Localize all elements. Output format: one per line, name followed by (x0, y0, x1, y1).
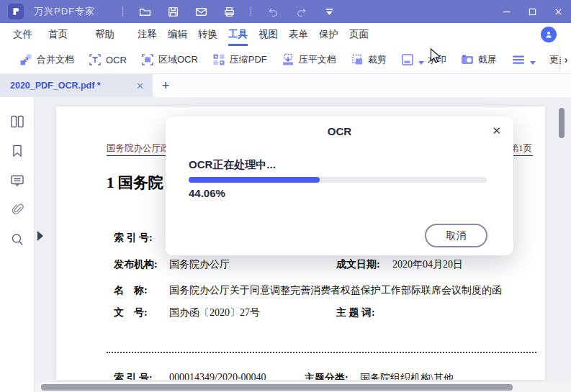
menu-item-edit[interactable]: 编辑 (168, 23, 187, 46)
separator (122, 6, 123, 17)
field-label: 成文日期: (336, 258, 380, 271)
new-tab-button[interactable]: + (153, 74, 179, 97)
doc-dotted-divider (107, 352, 536, 353)
ocr-icon (88, 53, 102, 67)
menu-item-help[interactable]: 帮助 (95, 23, 114, 46)
vertical-scrollbar[interactable] (559, 108, 565, 138)
search-icon[interactable] (9, 231, 26, 248)
horizontal-scrollbar[interactable] (41, 384, 513, 391)
folder-open-icon[interactable] (138, 5, 151, 18)
ocr-button[interactable]: OCR (88, 53, 127, 67)
flatten-document-button[interactable]: 压平文档 (281, 53, 336, 67)
field-label: 索 引 号: (114, 372, 153, 380)
field-value: 2020年04月20日 (392, 258, 463, 271)
menu-item-tools[interactable]: 工具 (228, 23, 248, 46)
merge-documents-button[interactable]: 合并文档 (19, 53, 74, 67)
field-value: 000014349/2020-00040 (169, 372, 266, 380)
field-label: 主题分类: (305, 372, 349, 380)
tool-label: 合并文档 (37, 53, 74, 66)
tab-title: 2020_PDF_OCR.pdf * (10, 81, 101, 91)
document-tabbar: 2020_PDF_OCR.pdf * ✕ + (0, 74, 571, 97)
undo-icon[interactable] (266, 5, 279, 18)
dialog-title: OCR (166, 125, 513, 137)
tab-active-document[interactable]: 2020_PDF_OCR.pdf * ✕ (0, 74, 153, 97)
area-ocr-icon (140, 53, 155, 67)
redo-icon[interactable] (295, 5, 307, 18)
navigation-sidebar (0, 97, 35, 392)
field-label: 文 号: (114, 306, 148, 319)
screenshot-icon (460, 53, 475, 67)
menu-item-form[interactable]: 表单 (289, 23, 308, 46)
progress-percent: 44.06% (189, 187, 225, 199)
field-value: 国务院组织机构\其他 (360, 372, 454, 380)
doc-field-row: 名 称: 国务院办公厅关于同意调整完善消费者权益保护工作部际联席会议制度的函 (56, 284, 545, 297)
compress-pdf-button[interactable]: 压缩PDF (212, 53, 267, 67)
bookmarks-icon[interactable] (9, 142, 26, 160)
compress-pdf-icon (212, 53, 226, 67)
doc-field-row: 文 号: 国办函〔2020〕27号 主 题 词: (56, 306, 545, 319)
titlebar-quick-actions (122, 5, 336, 18)
tab-close-icon[interactable]: ✕ (136, 81, 144, 91)
field-label: 主 题 词: (336, 306, 375, 319)
menu-item-convert[interactable]: 转换 (198, 23, 217, 46)
menu-item-home[interactable]: 首页 (48, 23, 68, 46)
window-controls (493, 0, 571, 23)
tool-label: 压平文档 (299, 53, 336, 66)
collapse-toolbar-icon[interactable] (323, 5, 336, 18)
hamburger-menu-icon (511, 53, 526, 67)
doc-heading: 1 国务院 (107, 173, 163, 193)
toolbar-expand-button[interactable]: › (561, 46, 571, 73)
menu-item-comment[interactable]: 注释 (138, 23, 157, 46)
attachments-icon[interactable] (9, 201, 26, 219)
doc-field-row: 索 引 号: 000014349/2020-00040 主题分类: 国务院组织机… (56, 372, 545, 380)
field-label: 名 称: (114, 284, 148, 297)
doc-field-row: 发布机构: 国务院办公厅 成文日期: 2020年04月20日 (56, 258, 545, 271)
crop-icon (350, 53, 364, 67)
titlebar: 万兴PDF专家 (0, 0, 571, 23)
screenshot-button[interactable]: 截屏 (460, 53, 497, 67)
print-icon[interactable] (222, 5, 235, 18)
flatten-document-icon (281, 53, 295, 67)
watermark-icon (400, 53, 415, 67)
field-label: 发布机构: (114, 258, 158, 271)
save-icon[interactable] (166, 5, 179, 18)
app-title: 万兴PDF专家 (34, 5, 95, 18)
sidebar-expand-handle[interactable] (37, 231, 43, 241)
user-avatar[interactable] (541, 27, 557, 42)
field-label: 索 引 号: (114, 232, 153, 245)
menu-item-protect[interactable]: 保护 (319, 23, 338, 46)
close-icon[interactable] (545, 0, 571, 23)
crop-button[interactable]: 裁剪 (350, 53, 387, 67)
tool-label: 区域OCR (158, 53, 198, 66)
toolbar-menu-button[interactable] (511, 53, 536, 67)
cancel-button[interactable]: 取消 (425, 224, 487, 247)
merge-documents-icon (19, 53, 33, 67)
tool-label: 裁剪 (368, 53, 387, 66)
email-icon[interactable] (194, 5, 207, 18)
cancel-label: 取消 (446, 229, 467, 242)
menu-item-file[interactable]: 文件 (13, 23, 32, 46)
pdfelement-window: 万兴PDF专家 (0, 0, 571, 392)
ocr-progress-fill (189, 177, 320, 183)
tools-toolbar: 合并文档 OCR 区域OCR 压缩PDF 压平文档 (0, 46, 571, 74)
comments-icon[interactable] (9, 172, 26, 189)
ocr-progress-dialog: OCR ✕ OCR正在处理中... 44.06% 取消 (166, 117, 513, 255)
chevron-right-icon: › (565, 54, 568, 65)
field-value: 国务院办公厅关于同意调整完善消费者权益保护工作部际联席会议制度的函 (169, 284, 502, 297)
app-logo-icon (8, 4, 24, 19)
chevron-down-icon[interactable] (530, 61, 536, 65)
tool-label: 压缩PDF (230, 53, 267, 66)
maximize-icon[interactable] (519, 0, 545, 23)
dialog-close-icon[interactable]: ✕ (492, 124, 501, 137)
menu-item-view[interactable]: 视图 (258, 23, 278, 46)
area-ocr-button[interactable]: 区域OCR (140, 53, 198, 67)
tool-label: 截屏 (478, 53, 497, 66)
field-value: 国办函〔2020〕27号 (169, 306, 260, 319)
mouse-cursor (430, 48, 443, 65)
menu-item-page[interactable]: 页面 (349, 23, 369, 46)
field-value: 国务院办公厅 (169, 258, 230, 271)
chevron-down-icon[interactable] (418, 61, 424, 65)
minimize-icon[interactable] (493, 0, 519, 23)
page-thumbnails-icon[interactable] (9, 113, 26, 130)
tool-label: OCR (106, 55, 127, 65)
